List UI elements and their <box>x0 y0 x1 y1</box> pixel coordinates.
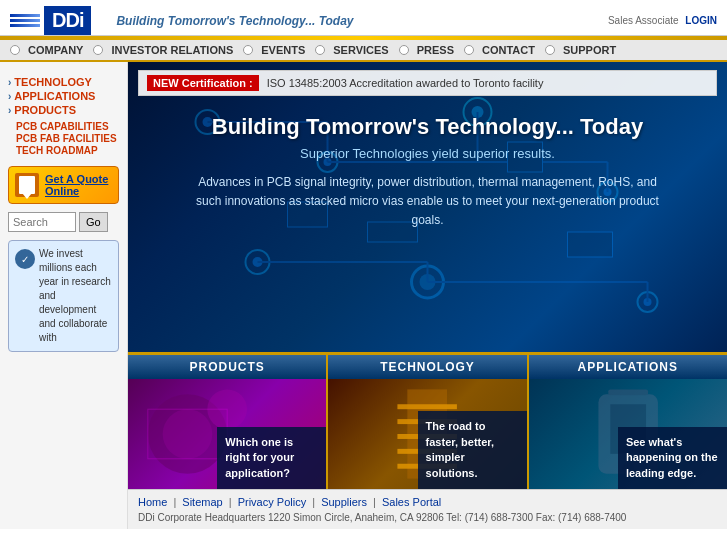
svg-rect-33 <box>398 404 457 409</box>
card-products-overlay: Which one is right for your application? <box>217 427 326 489</box>
login-link[interactable]: LOGIN <box>685 15 717 26</box>
nav-item-contact[interactable]: CONTACT <box>464 44 543 56</box>
cards-section: PRODUCTS Which one is right for your app… <box>128 352 727 489</box>
nav-item-events[interactable]: EVENTS <box>243 44 313 56</box>
main-layout: › TECHNOLOGY › APPLICATIONS › PRODUCTS P… <box>0 62 727 529</box>
quote-text: Get A Quote Online <box>45 173 112 197</box>
logo: DDi <box>10 6 91 35</box>
card-applications-text: See what's happening on the leading edge… <box>626 435 719 481</box>
footer-suppliers[interactable]: Suppliers <box>321 496 367 508</box>
footer-sitemap[interactable]: Sitemap <box>182 496 222 508</box>
search-input[interactable] <box>8 212 76 232</box>
hero-description: Advances in PCB signal integrity, power … <box>188 173 668 231</box>
hero-subtitle: Superior Technologies yield superior res… <box>148 146 707 161</box>
search-box: Go <box>8 212 119 232</box>
invest-text: We invest millions each year in research… <box>39 247 112 345</box>
card-technology[interactable]: TECHNOLOGY The road to faster, <box>328 355 526 489</box>
nav-item-press[interactable]: PRESS <box>399 44 462 56</box>
sidebar-sub-pcb-fab[interactable]: PCB FAB FACILITIES <box>16 133 119 144</box>
card-applications-title: APPLICATIONS <box>529 355 727 379</box>
quote-icon <box>15 173 39 197</box>
tagline: Building Tomorrow's Technology... Today <box>106 14 607 28</box>
footer-address: DDi Corporate Headquarters 1220 Simon Ci… <box>138 512 717 523</box>
footer: Home | Sitemap | Privacy Policy | Suppli… <box>128 489 727 529</box>
card-products[interactable]: PRODUCTS Which one is right for your app… <box>128 355 326 489</box>
footer-sales-portal[interactable]: Sales Portal <box>382 496 441 508</box>
sidebar-sub-pcb-cap[interactable]: PCB CAPABILITIES <box>16 121 119 132</box>
card-technology-title: TECHNOLOGY <box>328 355 526 379</box>
nav-item-support[interactable]: SUPPORT <box>545 44 624 56</box>
content-area: NEW Certification : ISO 13485:2003 Accre… <box>128 62 727 529</box>
card-technology-overlay: The road to faster, better, simpler solu… <box>418 411 527 489</box>
sales-info: Sales Associate LOGIN <box>608 15 717 26</box>
svg-rect-39 <box>608 389 648 395</box>
sidebar-item-products[interactable]: › PRODUCTS <box>8 104 119 116</box>
nav-item-company[interactable]: COMPANY <box>10 44 91 56</box>
card-products-title: PRODUCTS <box>128 355 326 379</box>
card-applications-overlay: See what's happening on the leading edge… <box>618 427 727 489</box>
footer-home[interactable]: Home <box>138 496 167 508</box>
hero-title: Building Tomorrow's Technology... Today <box>148 114 707 140</box>
cert-new-label: NEW Certification : <box>147 75 259 91</box>
cert-banner: NEW Certification : ISO 13485:2003 Accre… <box>138 70 717 96</box>
sidebar-sub-tech-road[interactable]: TECH ROADMAP <box>16 145 119 156</box>
hero-content: Building Tomorrow's Technology... Today … <box>128 104 727 241</box>
search-button[interactable]: Go <box>79 212 108 232</box>
card-products-text: Which one is right for your application? <box>225 435 318 481</box>
hero-section: NEW Certification : ISO 13485:2003 Accre… <box>128 62 727 352</box>
sidebar-item-technology[interactable]: › TECHNOLOGY <box>8 76 119 88</box>
card-applications[interactable]: APPLICATIONS See what's happening on the… <box>529 355 727 489</box>
logo-text: DDi <box>44 6 91 35</box>
nav-bar: COMPANY INVESTOR RELATIONS EVENTS SERVIC… <box>0 40 727 62</box>
quote-box[interactable]: Get A Quote Online <box>8 166 119 204</box>
sidebar-item-applications[interactable]: › APPLICATIONS <box>8 90 119 102</box>
header: DDi Building Tomorrow's Technology... To… <box>0 0 727 36</box>
nav-item-investor[interactable]: INVESTOR RELATIONS <box>93 44 241 56</box>
card-technology-text: The road to faster, better, simpler solu… <box>426 419 519 481</box>
invest-icon: ✓ <box>15 249 35 269</box>
nav-item-services[interactable]: SERVICES <box>315 44 396 56</box>
sidebar: › TECHNOLOGY › APPLICATIONS › PRODUCTS P… <box>0 62 128 529</box>
footer-links: Home | Sitemap | Privacy Policy | Suppli… <box>138 496 717 508</box>
svg-point-29 <box>163 409 213 459</box>
sales-label: Sales Associate <box>608 15 679 26</box>
invest-box: ✓ We invest millions each year in resear… <box>8 240 119 352</box>
footer-privacy[interactable]: Privacy Policy <box>238 496 306 508</box>
cert-text: ISO 13485:2003 Accreditation awarded to … <box>267 77 544 89</box>
